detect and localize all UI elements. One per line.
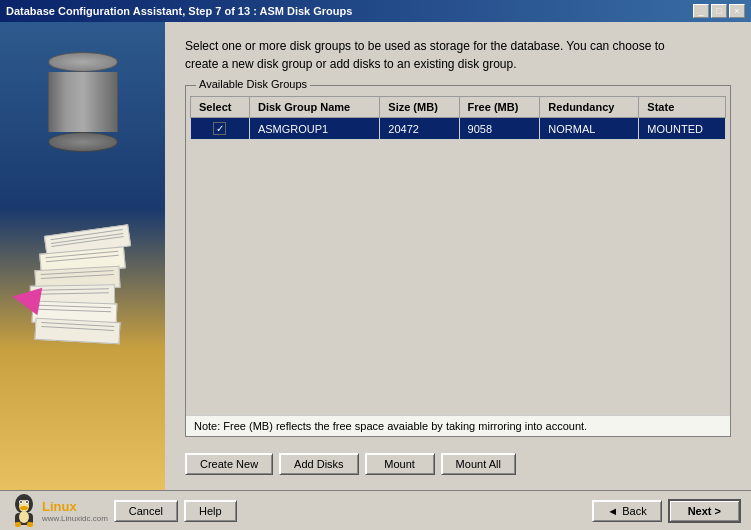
table-body: ✓ ASMGROUP1 20472 9058 NORMAL MOUNTED [191, 118, 726, 140]
svg-point-4 [20, 501, 22, 503]
disk-groups-table: Select Disk Group Name Size (MB) Free (M… [190, 96, 726, 140]
close-button[interactable]: × [729, 4, 745, 18]
linux-brand: Linux www.Linuxidc.com [42, 499, 108, 523]
cancel-button[interactable]: Cancel [114, 500, 178, 522]
help-button[interactable]: Help [184, 500, 237, 522]
svg-rect-9 [15, 522, 21, 527]
back-label: Back [622, 505, 646, 517]
checkbox-checked[interactable]: ✓ [213, 122, 226, 135]
title-bar-buttons: _ □ × [693, 4, 745, 18]
next-button[interactable]: Next > [668, 499, 741, 523]
description-text: Select one or more disk groups to be use… [185, 37, 731, 73]
bottom-bar: Linux www.Linuxidc.com Cancel Help ◄ Bac… [0, 490, 751, 530]
col-disk-group-name: Disk Group Name [249, 97, 379, 118]
bottom-right-controls: ◄ Back Next > [592, 499, 741, 523]
svg-point-6 [20, 506, 28, 510]
col-size: Size (MB) [380, 97, 459, 118]
add-disks-button[interactable]: Add Disks [279, 453, 359, 475]
table-header: Select Disk Group Name Size (MB) Free (M… [191, 97, 726, 118]
row-select-cell[interactable]: ✓ [191, 118, 250, 140]
left-panel [0, 22, 165, 490]
tux-logo [10, 494, 38, 528]
database-illustration [48, 52, 118, 132]
title-bar-text: Database Configuration Assistant, Step 7… [6, 5, 352, 17]
document-stack [30, 230, 130, 390]
row-redundancy: NORMAL [540, 118, 639, 140]
cylinder-top [48, 52, 118, 72]
maximize-button[interactable]: □ [711, 4, 727, 18]
svg-point-8 [19, 511, 29, 523]
col-select: Select [191, 97, 250, 118]
description-line2: create a new disk group or add disks to … [185, 57, 517, 71]
available-disk-groups-box: Available Disk Groups Select Disk Group … [185, 85, 731, 437]
disk-table-wrapper: Select Disk Group Name Size (MB) Free (M… [190, 96, 726, 411]
cylinder-body [48, 72, 118, 132]
create-new-button[interactable]: Create New [185, 453, 273, 475]
next-label: Next > [688, 505, 721, 517]
row-state: MOUNTED [639, 118, 726, 140]
cylinder-bottom [48, 132, 118, 152]
linux-text: Linux [42, 499, 108, 514]
description-line1: Select one or more disk groups to be use… [185, 39, 665, 53]
col-redundancy: Redundancy [540, 97, 639, 118]
minimize-button[interactable]: _ [693, 4, 709, 18]
linuxidc-text: www.Linuxidc.com [42, 514, 108, 523]
arrow-icon [12, 285, 40, 313]
bottom-left-controls: Linux www.Linuxidc.com Cancel Help [10, 494, 237, 528]
svg-rect-10 [27, 522, 33, 527]
note-text: Note: Free (MB) reflects the free space … [186, 415, 730, 436]
action-buttons: Create New Add Disks Mount Mount All [185, 453, 731, 475]
row-disk-group-name: ASMGROUP1 [249, 118, 379, 140]
col-state: State [639, 97, 726, 118]
row-free: 9058 [459, 118, 540, 140]
table-row[interactable]: ✓ ASMGROUP1 20472 9058 NORMAL MOUNTED [191, 118, 726, 140]
right-panel: Select one or more disk groups to be use… [165, 22, 751, 490]
svg-point-5 [26, 501, 28, 503]
check-icon: ✓ [216, 123, 224, 134]
row-size: 20472 [380, 118, 459, 140]
mount-all-button[interactable]: Mount All [441, 453, 516, 475]
col-free: Free (MB) [459, 97, 540, 118]
group-box-label: Available Disk Groups [196, 78, 310, 90]
main-container: Select one or more disk groups to be use… [0, 22, 751, 490]
back-button[interactable]: ◄ Back [592, 500, 661, 522]
group-box-inner: Select Disk Group Name Size (MB) Free (M… [186, 92, 730, 436]
tux-area: Linux www.Linuxidc.com [10, 494, 108, 528]
title-bar: Database Configuration Assistant, Step 7… [0, 0, 751, 22]
mount-button[interactable]: Mount [365, 453, 435, 475]
back-arrow-icon: ◄ [607, 505, 618, 517]
